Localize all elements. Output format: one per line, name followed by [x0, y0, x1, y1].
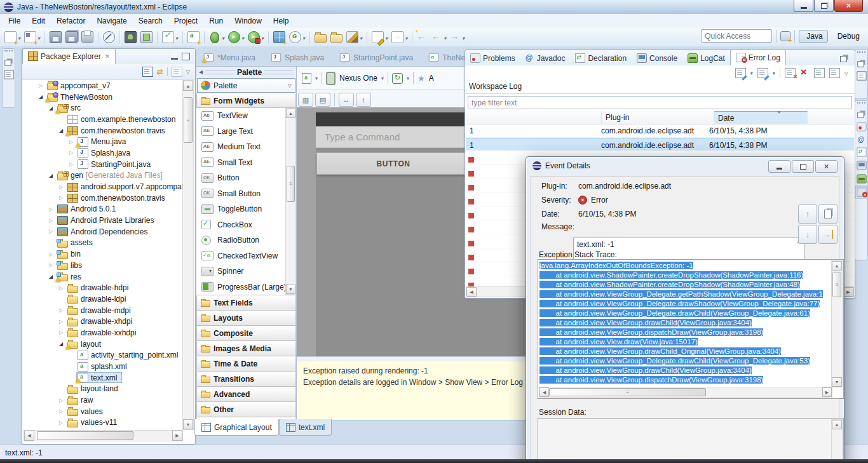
drag-handle[interactable]	[857, 102, 865, 106]
separator[interactable]	[98, 31, 98, 44]
palette-widget[interactable]: ToggleButton	[196, 201, 296, 217]
tree-item[interactable]: StartingPoint.java	[24, 159, 183, 170]
session-vertical-scrollbar[interactable]: ▲ ▼	[831, 419, 843, 463]
expand-arrow-icon[interactable]	[49, 262, 57, 268]
column-header[interactable]: Date	[714, 111, 808, 124]
show-rows-icon[interactable]: ▤	[315, 93, 330, 107]
goto-annotation-icon[interactable]	[390, 30, 409, 45]
tree-item[interactable]: com.thenewboston.travis	[24, 125, 183, 137]
config-xml-icon[interactable]	[302, 73, 311, 84]
new-xml-file-icon[interactable]	[186, 30, 201, 45]
problems-view-icon[interactable]	[857, 122, 866, 131]
javadoc-view-icon[interactable]	[857, 135, 865, 143]
editor-tab[interactable]: StartingPoint.java	[332, 50, 421, 65]
separator[interactable]	[367, 31, 367, 44]
menu-item[interactable]: Search	[133, 15, 168, 27]
open-log-icon[interactable]	[814, 68, 825, 78]
palette-category[interactable]: Composite	[196, 326, 296, 341]
palette-widget[interactable]: TextView	[196, 108, 296, 124]
declaration-view-icon[interactable]	[857, 147, 866, 156]
new-java-project-icon[interactable]	[23, 30, 41, 45]
expand-arrow-icon[interactable]	[59, 408, 67, 414]
stack-trace-line[interactable]: at android.view.ViewGroup_Delegate.drawC…	[539, 309, 832, 318]
palette-category[interactable]: Advanced	[196, 387, 296, 402]
next-event-button[interactable]: ↓	[798, 225, 817, 244]
palette-widget[interactable]: Spinner	[196, 264, 296, 279]
editor-tab[interactable]: *Menu.java	[196, 50, 263, 65]
tree-item[interactable]: layout-land	[24, 384, 183, 395]
tree-item[interactable]: text.xml	[24, 372, 183, 384]
open-type-icon[interactable]	[288, 30, 306, 45]
collapse-all-icon[interactable]	[142, 67, 153, 77]
back-history-icon[interactable]	[416, 30, 429, 45]
stack-trace-line[interactable]: at android.view.ViewGroup_Delegate.drawC…	[539, 356, 832, 366]
restore-views-icon[interactable]	[4, 60, 11, 66]
mark-occurrences-icon[interactable]	[345, 30, 363, 45]
dialog-restore-button[interactable]	[792, 160, 814, 173]
close-button[interactable]: ×	[834, 0, 863, 12]
save-all-icon[interactable]	[64, 30, 79, 45]
stack-horizontal-scrollbar[interactable]: ◀ ≡ ▶	[539, 387, 832, 398]
palette-widget[interactable]: RadioButton	[196, 232, 296, 248]
show-columns-icon[interactable]: ▥	[298, 93, 313, 107]
stack-trace-line[interactable]: at android.view.ViewGroup.dispatchDraw(V…	[539, 328, 832, 337]
expand-arrow-icon[interactable]	[59, 285, 67, 291]
editor-mode-tab[interactable]: Graphical Layout	[194, 419, 279, 436]
tree-item[interactable]: Android Private Libraries	[24, 215, 183, 226]
minimize-view-icon[interactable]	[171, 53, 178, 60]
export-log-icon[interactable]	[735, 68, 746, 78]
expand-arrow-icon[interactable]	[49, 218, 57, 224]
run-external-icon[interactable]	[247, 30, 265, 45]
tab-package-explorer[interactable]: Package Explorer ✕	[22, 48, 116, 64]
console-view-icon[interactable]	[857, 161, 866, 170]
view-tab[interactable]: Problems	[465, 51, 520, 65]
show-filters-button[interactable]: →	[818, 225, 837, 244]
menu-item[interactable]: Navigate	[91, 15, 132, 27]
view-menu-icon[interactable]: ▽	[844, 70, 848, 76]
delete-log-icon[interactable]	[800, 69, 810, 77]
filter-input[interactable]: type filter text	[468, 96, 852, 109]
menu-item[interactable]: Project	[168, 15, 203, 27]
restore-button[interactable]	[814, 0, 834, 12]
tree-item[interactable]: bin	[24, 248, 183, 260]
minimize-button[interactable]	[794, 0, 813, 12]
menu-item[interactable]: Help	[268, 15, 295, 27]
import-log-icon[interactable]	[757, 68, 768, 78]
expand-arrow-icon[interactable]	[59, 398, 67, 403]
tree-item[interactable]: com.thenewboston.travis	[24, 192, 183, 204]
stack-trace-line[interactable]: at android.view.ViewGroup.dispatchDraw(V…	[539, 375, 832, 385]
junit-run-icon[interactable]	[161, 30, 179, 45]
new-android-project-icon[interactable]	[272, 30, 287, 45]
editor-tab[interactable]: Splash.java	[263, 50, 332, 65]
palette-widget[interactable]: Large Text	[196, 124, 296, 140]
separator[interactable]	[268, 31, 269, 44]
maximize-view-icon[interactable]	[182, 53, 190, 60]
outline-view-icon[interactable]	[4, 70, 13, 79]
stack-trace-line[interactable]: at android.view.ViewGroup.drawChild_Orig…	[539, 347, 832, 356]
view-tab[interactable]: Error Log	[730, 50, 786, 65]
menu-item[interactable]: Refactor	[51, 15, 91, 27]
tree-item[interactable]: assets	[24, 238, 183, 249]
palette-dropdown[interactable]: Palette ▽	[197, 78, 295, 93]
drag-handle[interactable]	[4, 50, 13, 54]
palette-widget[interactable]: Small Text	[196, 155, 296, 171]
separator[interactable]	[204, 31, 205, 44]
clear-log-icon[interactable]	[785, 68, 796, 78]
view-tab[interactable]: Declaration	[570, 51, 632, 65]
restore-views-icon[interactable]	[857, 61, 864, 67]
separator[interactable]	[119, 31, 120, 44]
tree-item[interactable]: layout	[24, 339, 183, 350]
palette-widget[interactable]: CheckedTextView	[196, 248, 296, 264]
view-tab[interactable]: LogCat	[682, 51, 730, 65]
log-row[interactable]: 1 com.android.ide.eclipse.adt 6/10/15, 4…	[466, 124, 854, 138]
dialog-minimize-button[interactable]	[768, 160, 790, 173]
expand-arrow-icon[interactable]	[59, 195, 67, 201]
expand-arrow-icon[interactable]	[49, 206, 57, 212]
preview-button[interactable]: BUTTON	[316, 152, 470, 175]
tree-item[interactable]: drawable-hdpi	[24, 282, 183, 293]
stack-trace-line[interactable]: at android.view.ViewGroup_Delegate.drawS…	[539, 299, 832, 309]
stack-trace-line[interactable]: java.lang.ArrayIndexOutOfBoundsException…	[539, 261, 832, 271]
tree-item[interactable]: values-v11	[24, 417, 183, 429]
stack-vertical-scrollbar[interactable]: ▲ ≡ ▼	[831, 260, 843, 387]
link-with-editor-icon[interactable]: ⇄	[157, 67, 163, 76]
